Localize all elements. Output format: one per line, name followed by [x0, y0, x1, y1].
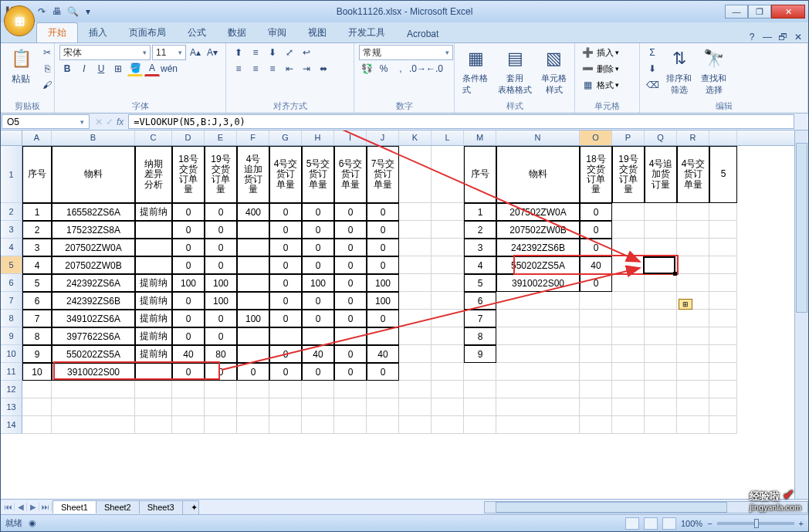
cell[interactable]: 7: [464, 310, 496, 327]
cell[interactable]: 提前纳: [135, 310, 172, 327]
tab-formulas[interactable]: 公式: [177, 23, 217, 42]
cell[interactable]: 3910022S00: [496, 274, 580, 292]
cell[interactable]: [205, 398, 237, 416]
cell[interactable]: [52, 381, 135, 398]
insert-label[interactable]: 插入: [597, 47, 614, 59]
cell-styles-button[interactable]: ▧单元格 样式: [538, 45, 570, 97]
cell[interactable]: [432, 416, 464, 434]
col-header[interactable]: L: [432, 130, 464, 145]
cell[interactable]: [432, 398, 464, 416]
col-header[interactable]: J: [367, 130, 399, 145]
cell[interactable]: [399, 239, 432, 256]
cell[interactable]: [709, 327, 737, 345]
cell[interactable]: 8: [22, 327, 52, 345]
dec-decimal-icon[interactable]: ←.0: [427, 61, 442, 76]
cell[interactable]: 3977622S6A: [52, 327, 135, 345]
cell[interactable]: 0: [302, 203, 334, 221]
cell[interactable]: [135, 416, 172, 434]
cell[interactable]: [709, 256, 737, 274]
vertical-scrollbar[interactable]: [794, 130, 808, 499]
cell[interactable]: 5: [709, 146, 737, 203]
table-format-button[interactable]: ▤套用 表格格式: [495, 45, 535, 97]
fx-icon[interactable]: fx: [117, 117, 124, 127]
select-all-corner[interactable]: [1, 130, 22, 145]
cell[interactable]: 物料: [52, 146, 135, 203]
cell[interactable]: 0: [205, 239, 237, 256]
copy-icon[interactable]: ⎘: [39, 61, 55, 76]
cell[interactable]: 0: [580, 274, 612, 292]
cond-format-button[interactable]: ▦条件格式: [459, 45, 492, 97]
cell[interactable]: [645, 416, 677, 434]
row-header[interactable]: 6: [1, 274, 22, 292]
cell[interactable]: 40: [302, 345, 334, 363]
cell[interactable]: [399, 381, 432, 398]
cell[interactable]: 0: [580, 203, 612, 221]
cell[interactable]: [612, 256, 645, 274]
cell[interactable]: 100: [367, 292, 399, 310]
currency-icon[interactable]: 💱: [359, 61, 374, 76]
cell[interactable]: [432, 274, 464, 292]
cell[interactable]: [645, 203, 677, 221]
format-painter-icon[interactable]: 🖌: [39, 77, 55, 93]
cell[interactable]: [580, 292, 612, 310]
cell[interactable]: [645, 398, 677, 416]
cell[interactable]: 175232ZS8A: [52, 221, 135, 239]
cell[interactable]: 0: [580, 221, 612, 239]
new-sheet-icon[interactable]: ✦: [182, 500, 199, 514]
row-header[interactable]: 1: [1, 146, 22, 203]
col-header[interactable]: I: [334, 130, 367, 145]
cell[interactable]: [367, 381, 399, 398]
cell[interactable]: [612, 398, 645, 416]
worksheet-grid[interactable]: A B C D E F G H I J K L M N O P Q R 1序号物…: [1, 130, 808, 499]
format-cell-icon[interactable]: ▦: [580, 77, 595, 93]
cell[interactable]: 0: [302, 221, 334, 239]
delete-label[interactable]: 删除: [597, 63, 614, 75]
tab-view[interactable]: 视图: [297, 23, 337, 42]
cell[interactable]: 0: [205, 363, 237, 381]
cell[interactable]: 40: [580, 256, 612, 274]
cell[interactable]: [580, 310, 612, 327]
office-button[interactable]: ⊞: [4, 5, 35, 36]
cell[interactable]: 1: [22, 203, 52, 221]
cell[interactable]: [709, 345, 737, 363]
cell[interactable]: [464, 381, 496, 398]
ribbon-close-icon[interactable]: ✕: [793, 32, 804, 42]
cell[interactable]: [677, 221, 709, 239]
cell[interactable]: [464, 398, 496, 416]
tab-insert[interactable]: 插入: [78, 23, 118, 42]
col-header[interactable]: O: [580, 130, 612, 145]
cell[interactable]: 0: [334, 256, 367, 274]
cell[interactable]: 0: [367, 221, 399, 239]
cell[interactable]: 207502ZW0A: [496, 203, 580, 221]
cell[interactable]: 0: [367, 363, 399, 381]
formula-bar[interactable]: =VLOOKUP(N5,B:J,3,0): [128, 114, 794, 129]
cell[interactable]: 提前纳: [135, 327, 172, 345]
cell[interactable]: 提前纳: [135, 203, 172, 221]
cell[interactable]: [645, 274, 677, 292]
cell[interactable]: 10: [22, 363, 52, 381]
row-header[interactable]: 8: [1, 310, 22, 327]
normal-view-icon[interactable]: [625, 517, 639, 530]
cell[interactable]: 7: [22, 310, 52, 327]
cell[interactable]: [496, 398, 580, 416]
cell[interactable]: [399, 146, 432, 203]
cell[interactable]: 纳期 差异 分析: [135, 146, 172, 203]
cell[interactable]: 0: [172, 363, 205, 381]
col-header[interactable]: E: [205, 130, 237, 145]
cell[interactable]: [677, 363, 709, 381]
border-button[interactable]: ⊞: [110, 61, 126, 76]
cell[interactable]: [432, 146, 464, 203]
cell[interactable]: 400: [237, 203, 269, 221]
first-sheet-icon[interactable]: ⏮: [2, 503, 15, 511]
cell[interactable]: [496, 292, 580, 310]
row-header[interactable]: 2: [1, 203, 22, 221]
cell[interactable]: [580, 416, 612, 434]
cell[interactable]: [399, 416, 432, 434]
sheet-tab-3[interactable]: Sheet3: [139, 500, 183, 513]
tab-review[interactable]: 审阅: [257, 23, 297, 42]
cell[interactable]: [709, 363, 737, 381]
cell[interactable]: [367, 327, 399, 345]
cell[interactable]: [432, 221, 464, 239]
cell[interactable]: 0: [269, 363, 302, 381]
cell[interactable]: [612, 221, 645, 239]
